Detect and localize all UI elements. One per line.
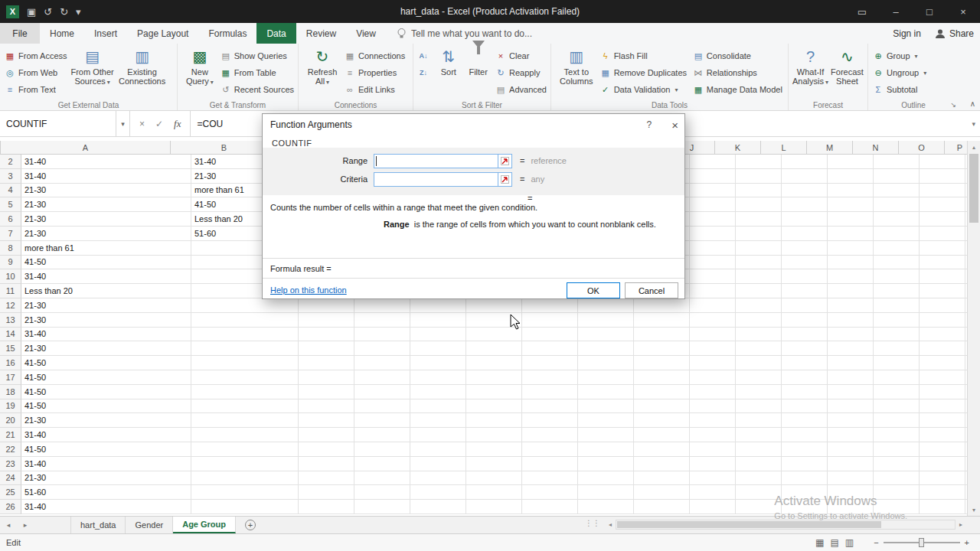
share-button[interactable]: Share — [935, 28, 974, 39]
cell-G17[interactable] — [522, 370, 578, 385]
cell-L14[interactable] — [782, 328, 828, 342]
cell-G12[interactable] — [522, 298, 578, 313]
cell-K23[interactable] — [736, 457, 782, 471]
row-header-13[interactable]: 13 — [0, 313, 21, 328]
cell-D13[interactable] — [354, 313, 410, 328]
row-header-3[interactable]: 3 — [0, 169, 21, 184]
cell-M12[interactable] — [828, 298, 874, 313]
advanced-filter-button[interactable]: ▤Advanced — [494, 82, 548, 97]
select-all-button[interactable] — [0, 141, 1, 155]
cell-A18[interactable]: 41-50 — [21, 385, 191, 399]
cell-O22[interactable] — [920, 442, 965, 457]
data-validation-button[interactable]: ✓Data Validation▾ — [599, 82, 691, 97]
sort-button[interactable]: ⇅ Sort — [434, 46, 462, 77]
zoom-in-icon[interactable]: + — [965, 538, 969, 547]
cell-N9[interactable] — [874, 256, 920, 270]
refresh-all-button[interactable]: ↻ Refresh All▾ — [302, 46, 343, 87]
cell-E24[interactable] — [410, 471, 466, 486]
cell-M5[interactable] — [828, 197, 874, 212]
cell-O13[interactable] — [920, 313, 965, 328]
cell-N22[interactable] — [874, 442, 920, 457]
cell-J8[interactable] — [690, 241, 736, 256]
cell-O10[interactable] — [920, 269, 965, 284]
cell-A26[interactable]: 31-40 — [21, 500, 191, 514]
cell-G21[interactable] — [522, 428, 578, 442]
cell-J20[interactable] — [690, 413, 736, 428]
cell-D14[interactable] — [354, 328, 410, 342]
what-if-analysis-button[interactable]: ? What-If Analysis▾ — [792, 46, 829, 87]
cell-O17[interactable] — [920, 370, 965, 385]
normal-view-icon[interactable]: ▦ — [815, 537, 824, 548]
row-header-6[interactable]: 6 — [0, 212, 21, 227]
cell-J26[interactable] — [690, 500, 736, 514]
filter-button[interactable]: Filter — [462, 46, 494, 77]
cell-J6[interactable] — [690, 212, 736, 227]
new-query-button[interactable]: ▩ New Query▾ — [181, 46, 219, 87]
row-header-16[interactable]: 16 — [0, 356, 21, 370]
row-header-2[interactable]: 2 — [0, 155, 21, 169]
cell-F23[interactable] — [466, 457, 522, 471]
cell-J4[interactable] — [690, 184, 736, 198]
cell-A15[interactable]: 21-30 — [21, 341, 191, 356]
collapse-dialog-button[interactable] — [498, 172, 512, 187]
cell-K11[interactable] — [736, 284, 782, 298]
tab-home[interactable]: Home — [40, 23, 84, 44]
name-box[interactable]: COUNTIF — [0, 111, 116, 136]
cell-E13[interactable] — [410, 313, 466, 328]
cell-F25[interactable] — [466, 485, 522, 500]
tab-insert[interactable]: Insert — [84, 23, 127, 44]
cell-L26[interactable] — [782, 500, 828, 514]
cell-H16[interactable] — [578, 356, 634, 370]
column-header-A[interactable]: A — [1, 141, 171, 155]
cell-B17[interactable] — [191, 370, 299, 385]
cell-J9[interactable] — [690, 256, 736, 270]
cell-M9[interactable] — [828, 256, 874, 270]
tab-splitter-handle[interactable]: ⋮⋮ — [585, 519, 600, 527]
cell-N15[interactable] — [874, 341, 920, 356]
cell-A14[interactable]: 31-40 — [21, 328, 191, 342]
cell-A9[interactable]: 41-50 — [21, 256, 191, 270]
cell-K22[interactable] — [736, 442, 782, 457]
cell-E22[interactable] — [410, 442, 466, 457]
ok-button[interactable]: OK — [567, 282, 620, 298]
cell-K2[interactable] — [736, 155, 782, 169]
cell-I22[interactable] — [634, 442, 690, 457]
cell-L11[interactable] — [782, 284, 828, 298]
cell-E15[interactable] — [410, 341, 466, 356]
cell-H19[interactable] — [578, 399, 634, 414]
cell-L24[interactable] — [782, 471, 828, 486]
from-web-button[interactable]: ◎From Web — [3, 65, 69, 80]
subtotal-button[interactable]: ΣSubtotal — [871, 82, 928, 97]
cell-J25[interactable] — [690, 485, 736, 500]
name-box-dropdown-icon[interactable]: ▾ — [116, 111, 130, 136]
row-header-18[interactable]: 18 — [0, 385, 21, 399]
cell-G19[interactable] — [522, 399, 578, 414]
cell-E23[interactable] — [410, 457, 466, 471]
row-header-19[interactable]: 19 — [0, 399, 21, 414]
criteria-input[interactable] — [374, 172, 498, 187]
zoom-slider[interactable] — [919, 538, 924, 547]
cell-N20[interactable] — [874, 413, 920, 428]
cell-F22[interactable] — [466, 442, 522, 457]
cell-K5[interactable] — [736, 197, 782, 212]
cell-J12[interactable] — [690, 298, 736, 313]
clear-filter-button[interactable]: ×Clear — [494, 48, 548, 64]
ribbon-display-options-icon[interactable]: ▭ — [845, 0, 879, 23]
cell-I16[interactable] — [634, 356, 690, 370]
column-header-P[interactable]: P — [945, 141, 967, 155]
cell-J16[interactable] — [690, 356, 736, 370]
cell-K26[interactable] — [736, 500, 782, 514]
tab-data[interactable]: Data — [256, 23, 296, 44]
sign-in-link[interactable]: Sign in — [893, 28, 921, 39]
cell-H26[interactable] — [578, 500, 634, 514]
cell-C14[interactable] — [299, 328, 354, 342]
cell-H25[interactable] — [578, 485, 634, 500]
cell-M4[interactable] — [828, 184, 874, 198]
cell-O5[interactable] — [920, 197, 965, 212]
cell-F13[interactable] — [466, 313, 522, 328]
cell-N7[interactable] — [874, 227, 920, 241]
cell-I21[interactable] — [634, 428, 690, 442]
dialog-close-button[interactable]: × — [671, 119, 678, 132]
cell-L23[interactable] — [782, 457, 828, 471]
row-header-14[interactable]: 14 — [0, 328, 21, 342]
